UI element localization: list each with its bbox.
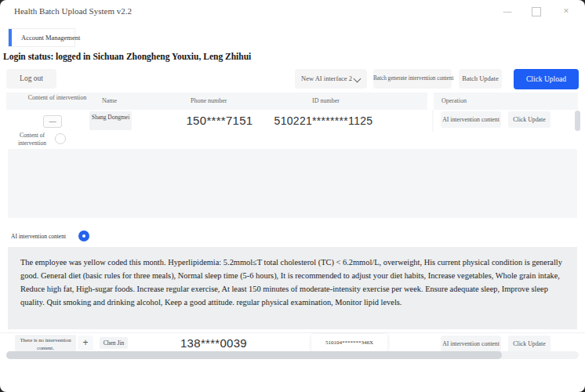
- collapse-row-button[interactable]: —: [43, 115, 62, 128]
- close-icon[interactable]: ✕: [560, 5, 572, 17]
- header-phone-number: Phone number: [191, 97, 227, 104]
- minimize-icon[interactable]: —: [500, 5, 514, 17]
- row2-id-number: 510104*******346X: [311, 334, 387, 351]
- tab-account-management[interactable]: Account Management: [8, 28, 75, 47]
- expand-row-button[interactable]: +: [78, 336, 93, 350]
- content-of-intervention-label: Content of intervention: [9, 132, 55, 147]
- row1-click-update-button[interactable]: Click Update: [508, 111, 550, 128]
- batch-generate-button[interactable]: Batch generate intervention content: [373, 69, 452, 89]
- window-title: Health Batch Upload System v2.2: [14, 6, 132, 16]
- header-id-number: ID number: [312, 97, 340, 104]
- row2-name-tag: Chen Jin: [100, 337, 128, 349]
- chevron-down-icon: [354, 75, 362, 83]
- ai-intervention-content-radio[interactable]: [78, 230, 89, 241]
- row2-ai-intervention-button[interactable]: AI intervention content: [441, 336, 501, 352]
- ai-intervention-content-text: The employee was yellow coded this month…: [8, 247, 577, 329]
- login-status: Login status: logged in Sichuan Zhonghen…: [3, 52, 251, 61]
- fixed-column-shadow: [432, 110, 434, 132]
- header-content-of-intervention: Content of intervention: [26, 94, 89, 102]
- row2-phone-number: 138****0039: [149, 336, 278, 350]
- intervention-content-empty-box[interactable]: [8, 149, 577, 218]
- header-operation: Operation: [441, 97, 467, 104]
- click-upload-button[interactable]: Click Upload: [514, 69, 579, 89]
- logout-button[interactable]: Log out: [6, 69, 56, 89]
- table-header: Content of intervention Name Phone numbe…: [6, 93, 427, 110]
- ai-intervention-content-label: AI intervention content: [11, 233, 66, 240]
- row-divider: [0, 332, 585, 333]
- row2-click-update-button[interactable]: Click Update: [508, 336, 550, 352]
- horizontal-scrollbar-thumb[interactable]: [6, 351, 502, 359]
- ai-interface-dropdown[interactable]: New AI interface 2: [295, 69, 367, 89]
- row1-ai-intervention-button[interactable]: AI intervention content: [441, 111, 501, 128]
- ai-interface-label: New AI interface 2: [301, 69, 352, 89]
- content-of-intervention-radio[interactable]: [55, 133, 66, 144]
- maximize-icon[interactable]: [532, 7, 541, 16]
- header-name: Name: [102, 97, 117, 104]
- row2-no-content-note: There is no intervention content.: [15, 335, 76, 351]
- row1-id-number: 510221********1125: [259, 114, 388, 127]
- app-window: Health Batch Upload System v2.2 — ✕ Acco…: [0, 0, 585, 392]
- table-header-operation: Operation: [434, 93, 578, 110]
- tab-accent-bar: [9, 29, 12, 46]
- row1-name-tag: Shang Dongmei: [89, 111, 132, 130]
- batch-update-button[interactable]: Batch Update: [459, 69, 502, 89]
- tab-label: Account Management: [21, 29, 80, 46]
- vertical-scrollbar-thumb[interactable]: [575, 111, 580, 131]
